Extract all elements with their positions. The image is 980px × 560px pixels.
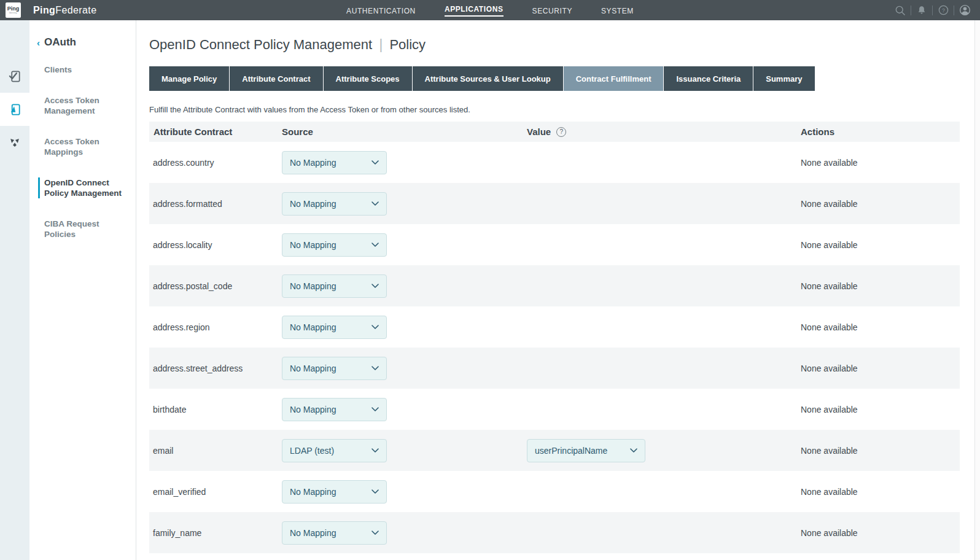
sidebar: ‹ OAuth Clients Access Token Management … [29,20,136,560]
help-icon[interactable]: ? [933,0,954,20]
table-row: birthdate No Mapping [149,389,960,430]
tab[interactable]: Contract Fulfillment [564,66,664,91]
access-token-icon [8,103,22,117]
column-header-value: Value ? [527,126,801,137]
value-help-icon[interactable]: ? [556,127,566,137]
table-row: address.country No Mapping [149,142,960,183]
sidebar-item[interactable]: OpenID Connect Policy Management [38,177,136,198]
source-dropdown-value: No Mapping [290,240,336,250]
row-actions: None available [801,281,960,291]
source-dropdown[interactable]: No Mapping [282,357,387,380]
policy-tabs: Manage Policy Attribute Contract Attribu… [149,66,815,91]
source-dropdown-value: No Mapping [290,158,336,168]
chevron-down-icon [371,284,379,289]
source-dropdown[interactable]: No Mapping [282,233,387,257]
source-dropdown[interactable]: No Mapping [282,151,387,174]
icon-rail [0,20,29,560]
source-dropdown[interactable]: LDAP (test) [282,439,387,462]
chevron-down-icon [371,407,379,412]
table-header-row: Attribute Contract Source Value ? Action… [149,122,960,142]
chevron-down-icon [371,160,379,165]
rail-item-policies[interactable] [0,126,29,159]
svg-text:?: ? [942,7,945,14]
column-header-source: Source [282,126,527,137]
page-subtitle: Policy [389,37,426,53]
source-dropdown-value: No Mapping [290,199,336,209]
top-bar-icons: ? [890,0,975,20]
tab[interactable]: Summary [753,66,814,91]
top-nav-item[interactable]: APPLICATIONS [445,4,504,17]
search-icon[interactable] [890,0,911,20]
attribute-name: address.postal_code [149,281,282,291]
source-dropdown[interactable]: No Mapping [282,480,387,504]
page-description: Fulfill the Attribute Contract with valu… [149,105,974,114]
column-header-actions: Actions [801,126,960,137]
top-nav-item[interactable]: SECURITY [532,6,572,15]
attribute-name: birthdate [149,405,282,414]
source-dropdown[interactable]: No Mapping [282,521,387,545]
source-dropdown-value: LDAP (test) [290,446,334,456]
table-row: address.postal_code No Mapping [149,265,960,306]
table-row: address.region No Mapping [149,306,960,348]
rail-item-access-token[interactable] [0,93,29,126]
attribute-name: family_name [149,528,282,538]
source-dropdown[interactable]: No Mapping [282,192,387,216]
row-actions: None available [801,528,960,538]
source-dropdown[interactable]: No Mapping [282,316,387,339]
source-dropdown-value: No Mapping [290,322,336,332]
row-actions: None available [801,199,960,209]
table-row: family_name No Mapping [149,512,960,553]
top-nav-item[interactable]: SYSTEM [601,6,634,15]
tab[interactable]: Attribute Sources & User Lookup [413,66,563,91]
tab[interactable]: Issuance Criteria [664,66,753,91]
tab[interactable]: Manage Policy [149,66,229,91]
chevron-down-icon [371,325,379,330]
source-dropdown-value: No Mapping [290,281,336,291]
title-divider: | [379,36,383,53]
vertical-scrollbar[interactable] [974,20,980,560]
top-bar: Ping Identity. PingFederate AUTHENTICATI… [0,0,980,20]
source-dropdown-value: No Mapping [290,487,336,497]
chevron-down-icon [371,531,379,535]
table-row: email_verified No Mapping [149,471,960,512]
sidebar-back-oauth[interactable]: ‹ OAuth [37,36,136,49]
chevron-left-icon: ‹ [37,37,40,48]
tab[interactable]: Attribute Scopes [324,66,412,91]
row-actions: None available [801,487,960,497]
value-dropdown[interactable]: userPrincipalName [527,439,645,462]
chevron-down-icon [371,201,379,206]
rail-item-clients[interactable] [0,60,29,93]
row-actions: None available [801,322,960,332]
attribute-name: address.street_address [149,364,282,373]
attribute-name: email [149,446,282,456]
source-dropdown-value: No Mapping [290,528,336,538]
sidebar-menu: Clients Access Token Management Access T… [29,64,136,239]
row-actions: None available [801,405,960,414]
tab[interactable]: Attribute Contract [230,66,322,91]
source-dropdown-value: No Mapping [290,405,336,414]
sidebar-item[interactable]: Clients [29,64,136,75]
notifications-icon[interactable] [911,0,932,20]
page-title: OpenID Connect Policy Management | Polic… [149,36,974,53]
attribute-name: address.country [149,158,282,168]
chevron-down-icon [371,448,379,453]
sidebar-item[interactable]: CIBA Request Policies [29,219,136,239]
row-actions: None available [801,158,960,168]
sidebar-item[interactable]: Access Token Management [29,95,136,116]
row-actions: None available [801,240,960,250]
source-dropdown[interactable]: No Mapping [282,398,387,421]
table-row: address.locality No Mapping [149,224,960,265]
attribute-name: address.locality [149,240,282,250]
column-header-attribute-contract: Attribute Contract [149,126,282,137]
attribute-name: address.formatted [149,199,282,209]
account-icon[interactable] [954,0,975,20]
source-dropdown[interactable]: No Mapping [282,274,387,298]
top-nav-item[interactable]: AUTHENTICATION [346,6,416,15]
table-row: address.formatted No Mapping [149,183,960,224]
attribute-name: email_verified [149,487,282,497]
row-actions: None available [801,446,960,456]
table-row: address.street_address No Mapping [149,348,960,389]
source-dropdown-value: No Mapping [290,364,336,373]
sidebar-item[interactable]: Access Token Mappings [29,136,136,157]
chevron-down-icon [630,448,637,453]
